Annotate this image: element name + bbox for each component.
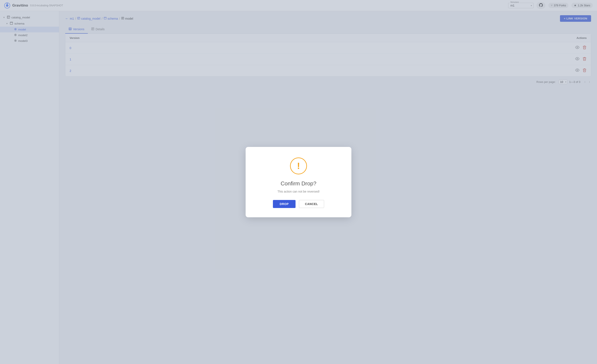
modal-description: This action can not be reversed! bbox=[277, 190, 319, 193]
modal-title: Confirm Drop? bbox=[281, 180, 316, 187]
drop-button[interactable]: DROP bbox=[273, 200, 295, 208]
warning-icon: ! bbox=[290, 158, 307, 174]
modal-overlay[interactable]: ! Confirm Drop? This action can not be r… bbox=[0, 0, 597, 364]
confirm-drop-modal: ! Confirm Drop? This action can not be r… bbox=[246, 147, 351, 217]
modal-actions: DROP CANCEL bbox=[273, 200, 324, 208]
cancel-button[interactable]: CANCEL bbox=[299, 200, 324, 208]
